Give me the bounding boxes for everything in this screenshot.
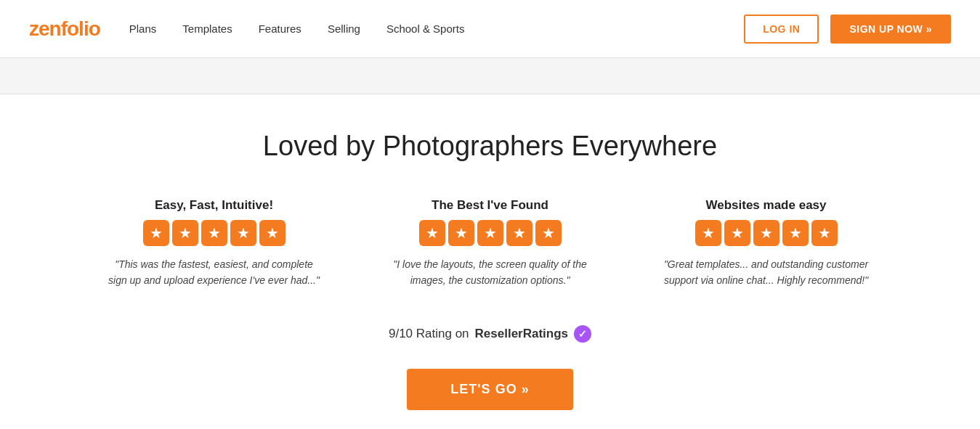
star-2-1: ★: [419, 220, 445, 246]
review-title-1: Easy, Fast, Intuitive!: [105, 198, 323, 213]
main-content: Loved by Photographers Everywhere Easy, …: [0, 94, 980, 429]
star-2-2: ★: [448, 220, 474, 246]
star-3-5: ★: [811, 220, 838, 246]
rating-row: 9/10 Rating on ResellerRatings ✓: [29, 325, 951, 343]
signup-button[interactable]: SIGN UP NOW »: [830, 15, 951, 44]
header: zenfolio Plans Templates Features Sellin…: [0, 0, 980, 58]
nav: Plans Templates Features Selling School …: [129, 23, 465, 35]
star-3-1: ★: [695, 220, 721, 246]
rating-site: ResellerRatings: [475, 327, 569, 341]
reviews-section: Easy, Fast, Intuitive! ★ ★ ★ ★ ★ "This w…: [29, 198, 951, 289]
star-3-4: ★: [782, 220, 809, 246]
nav-item-plans[interactable]: Plans: [129, 23, 157, 35]
review-text-3: "Great templates... and outstanding cust…: [657, 256, 875, 289]
star-2-5: ★: [535, 220, 562, 246]
nav-item-features[interactable]: Features: [259, 23, 301, 35]
review-card-2: The Best I've Found ★ ★ ★ ★ ★ "I love th…: [381, 198, 599, 289]
nav-item-school-sports[interactable]: School & Sports: [386, 23, 465, 35]
review-title-2: The Best I've Found: [381, 198, 599, 213]
header-left: zenfolio Plans Templates Features Sellin…: [29, 17, 464, 41]
star-1-2: ★: [172, 220, 198, 246]
star-1-1: ★: [143, 220, 169, 246]
star-1-3: ★: [201, 220, 227, 246]
cta-container: LET'S GO »: [29, 369, 951, 410]
star-3-3: ★: [753, 220, 779, 246]
nav-item-templates[interactable]: Templates: [182, 23, 232, 35]
page-title: Loved by Photographers Everywhere: [29, 131, 951, 162]
review-title-3: Websites made easy: [657, 198, 875, 213]
review-text-1: "This was the fastest, easiest, and comp…: [105, 256, 323, 289]
login-button[interactable]: LOG IN: [744, 15, 819, 44]
review-text-2: "I love the layouts, the screen quality …: [381, 256, 599, 289]
reseller-badge-icon: ✓: [574, 325, 591, 343]
star-1-5: ★: [259, 220, 286, 246]
logo[interactable]: zenfolio: [29, 17, 100, 41]
rating-prefix: 9/10 Rating on: [389, 327, 469, 341]
star-2-4: ★: [506, 220, 532, 246]
star-2-3: ★: [477, 220, 503, 246]
star-1-4: ★: [230, 220, 256, 246]
stars-3: ★ ★ ★ ★ ★: [657, 220, 875, 246]
header-right: LOG IN SIGN UP NOW »: [744, 15, 951, 44]
gray-band: [0, 58, 980, 94]
review-card-3: Websites made easy ★ ★ ★ ★ ★ "Great temp…: [657, 198, 875, 289]
stars-1: ★ ★ ★ ★ ★: [105, 220, 323, 246]
cta-button[interactable]: LET'S GO »: [407, 369, 572, 410]
nav-item-selling[interactable]: Selling: [328, 23, 360, 35]
review-card-1: Easy, Fast, Intuitive! ★ ★ ★ ★ ★ "This w…: [105, 198, 323, 289]
stars-2: ★ ★ ★ ★ ★: [381, 220, 599, 246]
star-3-2: ★: [724, 220, 750, 246]
